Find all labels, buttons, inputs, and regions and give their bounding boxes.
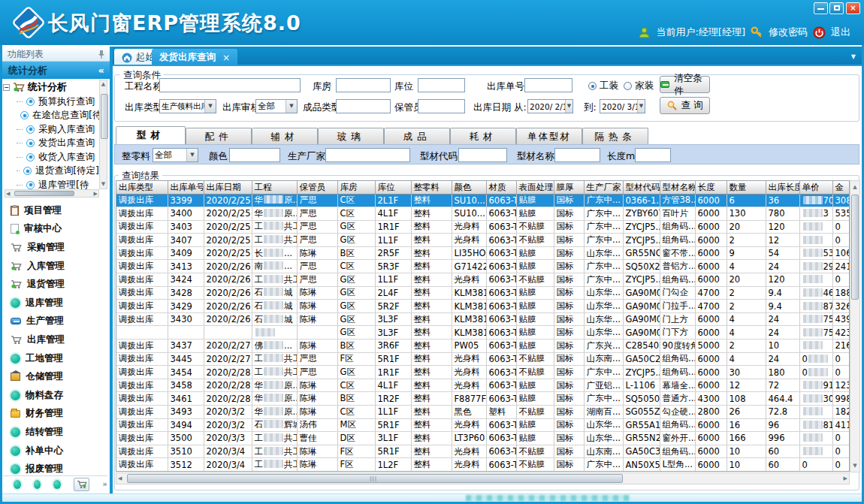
material-tab-配件[interactable]: 配件	[186, 128, 252, 144]
table-row[interactable]: G区3L3F整料KLM38176063-T5贴膜国标山东华...GA90M09.…	[116, 326, 849, 340]
order-no-input[interactable]	[524, 78, 572, 92]
tree-item-发货出库查询[interactable]: 发货出库查询	[3, 137, 99, 151]
material-tab-隔热条[interactable]: 隔热条	[582, 128, 648, 144]
scroll-right-icon[interactable]: ▶	[94, 190, 98, 198]
footer-circle-icon[interactable]	[53, 480, 61, 489]
table-row[interactable]: 调拨出库34932020/3/2华原...陈琳C区1L1F整料黑色塑料不贴膜国标…	[116, 406, 849, 419]
sidebar-item-财务管理[interactable]: 财务管理	[3, 405, 107, 424]
table-row[interactable]: 调拨出库34092020/2/25长...陈琳B区2R5F整料LI35HO606…	[116, 246, 849, 260]
change-password-link[interactable]: 修改密码	[769, 26, 808, 39]
sidebar-item-出库管理[interactable]: 出库管理	[3, 330, 107, 349]
table-row[interactable]: 调拨出库34542020/2/28工共工程严思G区1R1F整料光身料6063-T…	[116, 366, 849, 379]
profile-code-input[interactable]	[458, 148, 507, 162]
whole-piece-combo[interactable]: 全部 ▼	[153, 148, 198, 162]
column-header-出库日期[interactable]: 出库日期	[204, 181, 252, 194]
sidebar-section-header[interactable]: 统计分析 «	[2, 62, 110, 79]
column-header-金[interactable]: 金	[832, 181, 849, 194]
table-row[interactable]: 调拨出库34582020/2/28华原...陈琳C区4L1F整料光身料6063-…	[116, 379, 849, 392]
column-header-数量[interactable]: 数量	[727, 181, 766, 194]
date-to-picker[interactable]: 2020/ 3/16 ▼	[600, 99, 645, 113]
close-button[interactable]: ×	[846, 2, 860, 14]
tree-expander-icon[interactable]: −	[3, 84, 10, 91]
material-tab-型材[interactable]: 型材	[116, 126, 186, 144]
column-header-出库单号[interactable]: 出库单号	[168, 181, 204, 194]
scroll-down-icon[interactable]: ▼	[850, 460, 859, 472]
table-row[interactable]: 调拨出库34132020/2/26南...严思C区5R3F整料G71422606…	[116, 260, 849, 273]
tree-horizontal-scrollbar[interactable]: ◀ ▶	[5, 189, 99, 198]
radio-engineering[interactable]: 工装	[588, 80, 618, 92]
radio-household[interactable]: 家装	[624, 80, 654, 92]
sidebar-item-入库管理[interactable]: 入库管理	[3, 257, 107, 276]
grid-hscroll-thumb[interactable]: III	[127, 474, 623, 483]
table-row[interactable]: 调拨出库34002020/2/25华原...严思C区4L1F整料SU10...6…	[116, 207, 849, 221]
material-tab-耗材[interactable]: 耗材	[450, 128, 516, 144]
profile-name-input[interactable]	[554, 148, 600, 162]
sidebar-item-退库管理[interactable]: 退库管理	[3, 294, 107, 312]
product-type-input[interactable]	[336, 99, 391, 113]
sidebar-item-物料盘存[interactable]: 物料盘存	[3, 386, 107, 405]
grid-horizontal-scrollbar[interactable]: ◀ III ▶	[116, 472, 850, 484]
scroll-up-icon[interactable]: ▲	[850, 181, 859, 193]
table-row[interactable]: 调拨出库34292020/2/26石城陈琳G区5R2F整料KLM38176063…	[116, 300, 849, 313]
footer-circle-icon[interactable]	[34, 480, 41, 489]
column-header-膜厚[interactable]: 膜厚	[554, 181, 584, 194]
table-row[interactable]: 调拨出库35122020/3/4工共工程陈琳F区1L2F整料光身料6063-T5…	[116, 458, 849, 472]
project-name-input[interactable]	[159, 78, 301, 92]
table-row[interactable]: 调拨出库34452020/2/27工共工程严思F区5R1F整料光身料6063-T…	[116, 352, 849, 366]
search-button[interactable]: 查 询	[660, 97, 710, 114]
column-header-型材代码[interactable]: 型材代码	[623, 181, 660, 194]
outbound-type-combo[interactable]: 生产领料出库 ▼	[159, 99, 216, 113]
manufacturer-input[interactable]	[325, 148, 410, 162]
table-row[interactable]: 调拨出库34032020/2/25工共工程严思G区1R1F整料光身料6063-T…	[116, 220, 849, 234]
table-row[interactable]: 调拨出库34302020/2/26石城陈琳G区3L3F整料KLM38176063…	[116, 312, 849, 326]
tree-item-收货入库查询[interactable]: 收货入库查询	[3, 150, 99, 164]
clear-conditions-button[interactable]: 清空条件	[660, 76, 710, 93]
column-header-表面处理[interactable]: 表面处理	[516, 181, 554, 194]
column-header-型材名称[interactable]: 型材名称	[660, 181, 695, 194]
sidebar-item-项目管理[interactable]: 项目管理	[3, 201, 107, 220]
column-header-材质[interactable]: 材质	[486, 181, 516, 194]
scroll-up-icon[interactable]: ▲	[100, 80, 107, 89]
tree-item-退库管理[待[interactable]: 退库管理[待	[3, 178, 99, 189]
warehouse-input[interactable]	[336, 78, 391, 92]
column-header-库房[interactable]: 库房	[337, 181, 375, 194]
column-header-工程[interactable]: 工程	[252, 181, 297, 194]
material-tab-玻璃[interactable]: 玻璃	[318, 128, 384, 144]
outbound-audit-combo[interactable]: 全部 ▼	[255, 99, 298, 113]
scroll-left-icon[interactable]: ◀	[6, 190, 10, 198]
table-row[interactable]: 调拨出库34612020/2/28华原...陈琳B区1R2F整料F8877FT6…	[116, 392, 849, 406]
sidebar-item-仓储管理[interactable]: 仓储管理	[3, 367, 107, 386]
column-header-出库长度[interactable]: 出库长度	[766, 181, 799, 194]
tree-item-退货查询[待定][interactable]: 退货查询[待定]	[3, 164, 99, 179]
sidebar-item-工地管理[interactable]: 工地管理	[3, 349, 107, 368]
table-row[interactable]: 调拨出库34942020/3/2石辉城汤伟M区5R1F整料光身料6063-T5贴…	[116, 418, 849, 432]
sidebar-item-结转管理[interactable]: 结转管理	[3, 423, 107, 442]
table-row[interactable]: 调拨出库34372020/2/27佛...陈琳B区3R6F整料PW056063-…	[116, 340, 849, 353]
table-row[interactable]: 调拨出库34242020/2/26工共工程严思G区1L1F整料光身料6063-T…	[116, 273, 849, 287]
table-row[interactable]: 调拨出库33992020/2/25华原...严思C区2L1F整料SU10...6…	[116, 194, 849, 207]
maximize-button[interactable]	[829, 2, 844, 14]
column-header-生产厂家[interactable]: 生产厂家	[584, 181, 623, 194]
footer-overflow-chevron[interactable]: »	[102, 479, 107, 489]
tree-item-在途信息查询[待[interactable]: 在途信息查询[待	[3, 109, 99, 123]
sidebar-splitter[interactable]	[110, 47, 113, 502]
material-tab-单体型材[interactable]: 单体型材	[516, 128, 582, 144]
color-input[interactable]	[229, 148, 280, 162]
tab-close-icon[interactable]: ×	[222, 53, 230, 63]
table-row[interactable]: 调拨出库35102020/3/4工共工程陈琳F区5R1F整料光身料6063-T5…	[116, 445, 849, 458]
material-tab-辅材[interactable]: 辅材	[252, 128, 318, 144]
tree-hscroll-thumb[interactable]	[14, 191, 74, 196]
sidebar-item-审核中心[interactable]: 审核中心	[3, 220, 107, 239]
footer-cart-button[interactable]	[74, 478, 89, 491]
column-header-保管员[interactable]: 保管员	[297, 181, 337, 194]
column-header-出库类型[interactable]: 出库类型	[116, 181, 168, 194]
pin-icon[interactable]	[98, 50, 105, 59]
location-input[interactable]	[418, 78, 465, 92]
minimize-button[interactable]	[814, 2, 828, 14]
length-mm-input[interactable]	[635, 148, 671, 162]
grid-vscroll-thumb[interactable]	[851, 195, 859, 300]
material-tab-成品[interactable]: 成品	[384, 128, 450, 144]
tree-root-statistics[interactable]: − 统计分析	[3, 80, 99, 95]
grid-vertical-scrollbar[interactable]: ▲ ▼	[850, 180, 860, 472]
sidebar-item-采购管理[interactable]: 采购管理	[3, 238, 107, 257]
